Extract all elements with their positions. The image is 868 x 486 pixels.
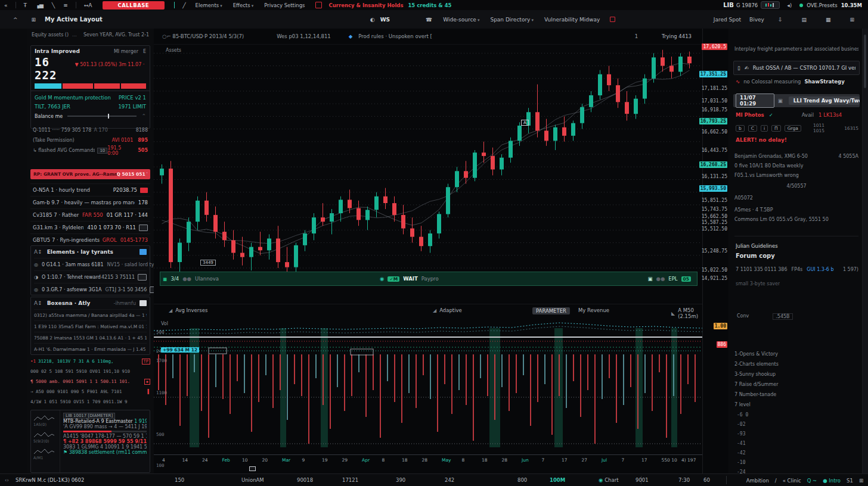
trendline-icon[interactable]: ╱	[182, 2, 185, 8]
chart-annotation-tag[interactable]: 3449	[200, 260, 216, 266]
measure-tool-icon[interactable]: ↔A	[84, 2, 92, 8]
nav-bivey[interactable]: Bivey	[749, 17, 764, 23]
lower-header-item[interactable]: PARAMETER	[532, 307, 570, 314]
scanner-row[interactable]: ¶ 5000 amb. 0901 5091 1 1 500.11 101.▪	[30, 376, 150, 387]
format-button[interactable]: Π	[771, 125, 781, 132]
grid-view-icon[interactable]: ▦	[826, 17, 831, 23]
time-axis[interactable]: 41424Feb1020Mar91929Apr81828May81828Jun7…	[154, 454, 702, 466]
right-list-item[interactable]: 7 level	[734, 402, 858, 407]
elements-row[interactable]: ◎0 G14.1 · 3am mass 6181NV15 · salad lor…	[34, 258, 147, 270]
indicator-selector[interactable]: Prod rules · Unspoken overt [	[358, 33, 432, 39]
nav-alert-icon[interactable]	[610, 17, 615, 22]
quote-expand[interactable]: E	[143, 49, 146, 54]
nav-jared-spot[interactable]: Jared Spot	[714, 17, 741, 23]
order-row[interactable]: G31.km 3 · Ryldelen mnemars410 1 073 70 …	[30, 221, 150, 233]
right-list-item[interactable]: 1-Opens & Victory	[734, 351, 858, 357]
elements-row[interactable]: ◑O 1:10.7 · Tehnet reward4215 3 75111	[34, 270, 147, 283]
format-button[interactable]: Grga	[785, 125, 801, 132]
menu-effects[interactable]: Effects▾	[233, 2, 253, 8]
interval-selector[interactable]: Wes p03 1,12,14,811	[277, 33, 331, 39]
volume-chart[interactable]	[154, 320, 702, 454]
active-layout-label[interactable]: My Active Layout	[45, 16, 103, 23]
menu-privacy[interactable]: Privacy Settings	[264, 2, 305, 8]
crosshair-tool-icon[interactable]: Ŧ	[24, 2, 27, 8]
lower-header-item[interactable]: ◢Avg Inverses	[169, 307, 207, 313]
presets-label[interactable]: OVE.Presets	[807, 2, 837, 8]
status-right-item[interactable]: S1	[847, 478, 853, 484]
collapse-icon[interactable]: ^	[13, 17, 18, 23]
live-trade-button[interactable]: CALLBASE	[103, 1, 165, 10]
scanner-row[interactable]: •131218, 1013V 7 31 A 6 110mg,TP	[30, 356, 150, 366]
fp-row[interactable]: 7 1101 335 0111 386 FP4s GUI 1.3-6 b 1 5…	[736, 267, 858, 272]
right-list-item[interactable]: 3-Sunny shookup	[734, 372, 858, 377]
alert-banner[interactable]: RP: GRANT OVR prove. AG--Rammy J MI Q 50…	[30, 169, 150, 179]
format-button[interactable]: C	[748, 125, 757, 132]
banner-box-icon[interactable]: ▣	[647, 276, 652, 282]
order-row[interactable]: Cv3185 7 · Rather short JWFAR 55001 GR 1…	[30, 208, 150, 221]
candlestick-chart[interactable]	[154, 44, 702, 288]
order-red-badge[interactable]	[140, 188, 148, 193]
boxes-row[interactable]: A-H1 '6. Darrwlmamaw 1 · Emst maslada — …	[34, 343, 147, 354]
bars-tool-icon[interactable]: ▗▅	[35, 2, 44, 8]
speaker-icon[interactable]: ◂)	[787, 2, 792, 8]
assets-header-label[interactable]: Equity assets ()	[32, 32, 69, 38]
tab-timestamp[interactable]: 11/07 01:29	[736, 94, 774, 108]
status-right-item[interactable]: Q ~	[807, 478, 817, 484]
trying-label[interactable]: Trying 4413	[662, 33, 692, 39]
chevron-up-icon[interactable]: ⌃	[141, 113, 146, 119]
mini-chart-button[interactable]	[761, 1, 780, 9]
boxes-row[interactable]: 0312) a55tva maemma / Banana airplllad 4…	[34, 309, 147, 320]
photos-label[interactable]: MI Photos	[736, 112, 764, 118]
strategy-row[interactable]: ∿ no Colossal measuring ShawStrategy	[736, 79, 858, 85]
code-icon[interactable]: ‹›	[5, 477, 9, 483]
format-button[interactable]: i	[761, 125, 768, 132]
apps-grid-icon[interactable]: ⊞	[859, 478, 863, 484]
draw-tool-icon[interactable]: ╲	[52, 2, 55, 8]
nav-vulnerability[interactable]: Vulnerability Midway	[544, 17, 600, 23]
panel-icon[interactable]: ▤	[801, 17, 807, 23]
elements-box-badge[interactable]	[138, 274, 147, 281]
quote-mi-label[interactable]: MI merger	[114, 49, 138, 54]
lower-header-item[interactable]: My Revenue	[578, 307, 609, 313]
lower-header-item[interactable]: ◣A M50 (2.15m)	[671, 307, 702, 319]
chart-banner[interactable]: ▪ 3/4 ●● Ulannova ◉ ✓M WAIT Paypro ▣ ●● …	[160, 272, 698, 286]
toggle-icon[interactable]: ▣	[778, 98, 783, 104]
nav-widesource[interactable]: Wide-source▾	[443, 17, 479, 23]
scanner-row[interactable]: → A50 000 9101 090 5 F901 A9L 7101▌	[30, 387, 150, 397]
download-icon[interactable]: ⇩	[778, 17, 783, 23]
price-axis[interactable]: 17,620.517,351.2517,181.2517,031.5016,91…	[702, 29, 729, 473]
right-list-item[interactable]: 2-Charts elements	[734, 362, 858, 367]
chart-marker-a[interactable]: A	[521, 120, 529, 126]
sort-icon[interactable]: A↕	[34, 300, 42, 306]
conv-value[interactable]: .545B	[773, 313, 792, 320]
apps-icon[interactable]: ⊞	[850, 17, 854, 23]
boxes-row[interactable]: 1 E39 110 35ma5 Flat Farm : Motived ma.v…	[34, 320, 147, 332]
flag-icon[interactable]: ◆	[349, 33, 353, 39]
more-icon[interactable]: ...	[72, 32, 77, 38]
fp-link[interactable]: GUI 1.3-6 b	[807, 267, 833, 272]
order-row[interactable]: Gam-b 9.7 · heavily — mastras pro manda-…	[30, 196, 150, 208]
order-row[interactable]: GBTU5 7 · Ryn-ingredients mp khew,GROL01…	[30, 233, 150, 246]
right-scrollbar[interactable]	[862, 29, 868, 473]
status-right-item[interactable]: ● Intro	[823, 478, 841, 484]
white-badge[interactable]	[140, 300, 147, 306]
back-icon[interactable]: «	[4, 2, 8, 8]
order-box-badge[interactable]	[139, 225, 148, 231]
lower-header-item[interactable]: ◢Adaptive	[433, 307, 462, 313]
blue-badge[interactable]	[140, 249, 147, 255]
boxes-row[interactable]: 75088 2 Imatsna 1553 GM 1 04.13.6 A1 · 1…	[34, 332, 147, 343]
sort-icon[interactable]: A↕	[34, 249, 42, 255]
symbol-search[interactable]: ○⌐ 85-BTC/USD·P 2013/4 5/3(7)	[162, 33, 244, 39]
scanner-row[interactable]: 000 02 5 108 591 5910 OV01 191,10 910	[30, 366, 150, 376]
right-list-item[interactable]: 7 Raise d/Summer	[734, 382, 858, 387]
balance-slider[interactable]	[67, 116, 137, 117]
right-list-item[interactable]: 7 Number-tanade	[734, 392, 858, 397]
format-button[interactable]: b	[736, 125, 745, 132]
menu-elements[interactable]: Elements▾	[196, 2, 222, 8]
list-tool-icon[interactable]: ≡	[63, 2, 68, 8]
alert-square-icon[interactable]	[315, 2, 322, 8]
layout-grid-icon[interactable]: ⊞	[32, 17, 36, 23]
phone-icon[interactable]: ☎	[426, 17, 432, 23]
nav-span-directory[interactable]: Span Directory▾	[490, 17, 534, 23]
tab-trend[interactable]: LLI Trend Avg Wavy/Two	[789, 96, 860, 105]
